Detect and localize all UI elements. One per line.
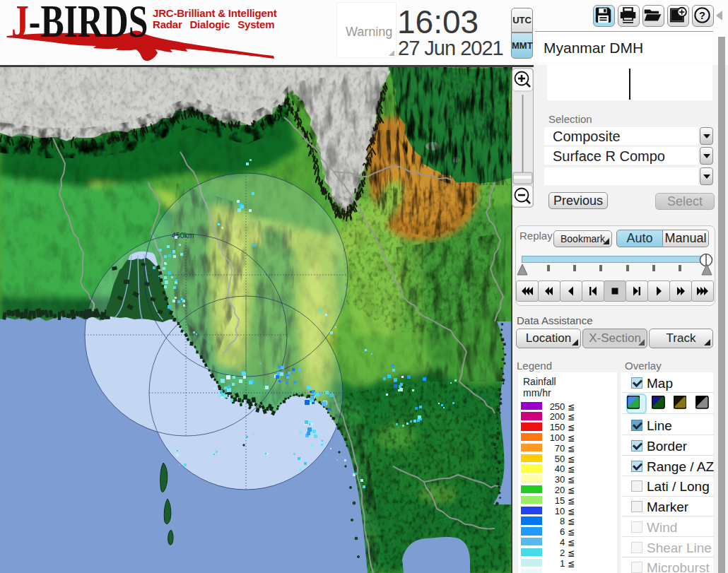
svg-text:?: ? (699, 10, 705, 21)
